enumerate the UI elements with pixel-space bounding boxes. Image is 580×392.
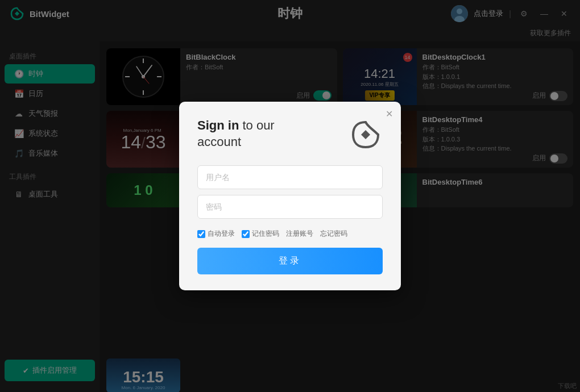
dialog-header: Sign in to ouraccount: [197, 118, 383, 152]
auto-login-text: 自动登录: [208, 229, 235, 239]
dialog-logo-icon: [349, 118, 383, 152]
dialog-title: Sign in to ouraccount: [197, 118, 275, 150]
auto-login-checkbox[interactable]: [197, 230, 205, 238]
remember-pwd-checkbox[interactable]: [242, 230, 250, 238]
username-input[interactable]: [197, 165, 383, 189]
password-input[interactable]: [197, 195, 383, 219]
sign-in-dialog: ✕ Sign in to ouraccount 自动登录 记住密码 注册账号: [179, 102, 401, 290]
dialog-title-bold: Sign in: [197, 118, 239, 132]
dialog-overlay: ✕ Sign in to ouraccount 自动登录 记住密码 注册账号: [0, 0, 580, 392]
login-button[interactable]: 登录: [197, 248, 383, 274]
register-link[interactable]: 注册账号: [286, 229, 313, 239]
remember-pwd-label[interactable]: 记住密码: [242, 229, 279, 239]
forgot-pwd-link[interactable]: 忘记密码: [320, 229, 347, 239]
dialog-options: 自动登录 记住密码 注册账号 忘记密码: [197, 229, 383, 239]
dialog-close-button[interactable]: ✕: [386, 109, 393, 119]
auto-login-label[interactable]: 自动登录: [197, 229, 235, 239]
remember-pwd-text: 记住密码: [252, 229, 279, 239]
